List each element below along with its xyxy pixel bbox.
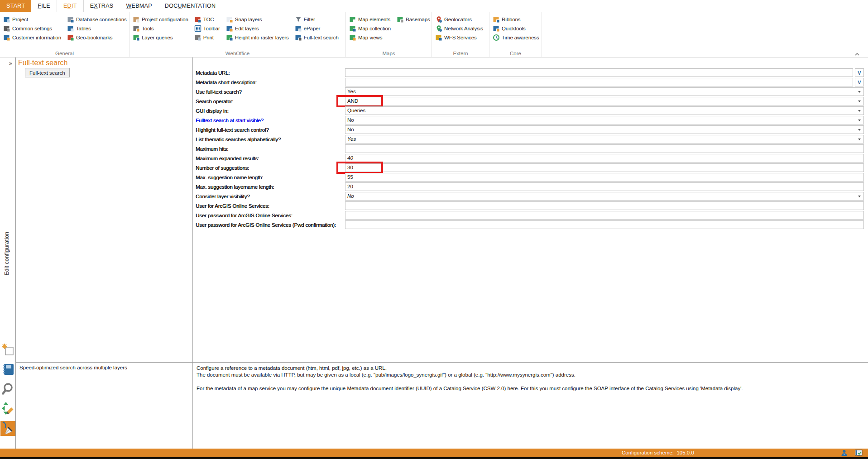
- field-list-thematic-searches-alphabetically[interactable]: Yes: [345, 135, 864, 143]
- field-value: No: [347, 127, 354, 132]
- tab-webmap[interactable]: WEBMAP: [120, 0, 158, 12]
- field-search-operator[interactable]: AND: [345, 97, 864, 105]
- tab-edit[interactable]: EDIT: [57, 0, 84, 12]
- ribbon-item-database-connections[interactable]: Database connections: [64, 15, 129, 24]
- move-edit-icon: [2, 402, 14, 416]
- ribbon-item-label: TOC: [203, 17, 214, 22]
- ribbon-item-time-awareness[interactable]: Time awareness: [489, 33, 542, 42]
- ribbon-item-common-settings[interactable]: Common settings: [0, 24, 64, 33]
- ribbon-item-label: Toolbar: [203, 26, 220, 31]
- field-user-password-for-arcgis-online-services-pwd-confirmation[interactable]: [345, 220, 864, 229]
- field-number-of-suggestions[interactable]: 30: [345, 163, 864, 172]
- field-value: No: [347, 193, 354, 199]
- ribbon: ProjectCommon settingsCustomer informati…: [0, 12, 868, 57]
- variable-picker-button[interactable]: V: [855, 78, 864, 86]
- dropdown-arrow-icon[interactable]: [858, 196, 861, 197]
- ribbon-item-network-analysis[interactable]: Network Analysis: [432, 24, 486, 33]
- field-value: No: [347, 117, 354, 123]
- help-line: For the metadata of a map service you ma…: [197, 385, 859, 392]
- dropdown-arrow-icon[interactable]: [858, 120, 861, 121]
- sidebar-tool-move-edit[interactable]: [0, 402, 15, 416]
- configuration-scheme-status: Configuration scheme: 105.0.0: [622, 449, 694, 457]
- help-line: Configure a reference to a metadata docu…: [197, 365, 859, 372]
- tab-documentation[interactable]: DOCUMENTATION: [158, 0, 222, 12]
- ribbon-item-map-elements[interactable]: Map elements: [346, 15, 393, 24]
- field-highlight-full-text-search-control[interactable]: No: [345, 125, 864, 134]
- ribbon-item-toolbar[interactable]: Toolbar: [191, 24, 223, 33]
- form-label-user-password-for-arcgis-online-services-pwd-confirmation: User password for ArcGIS Online Services…: [196, 220, 336, 230]
- ribbon-item-epaper[interactable]: ePaper: [292, 24, 341, 33]
- field-max-suggestion-name-length[interactable]: 55: [345, 173, 864, 182]
- ribbon-tab-bar: STARTFILEEDITEXTRASWEBMAPDOCUMENTATION: [0, 0, 868, 12]
- field-value: Queries: [347, 108, 365, 113]
- status-label: Configuration scheme:: [622, 450, 674, 455]
- ribbon-item-project-configuration[interactable]: Project configuration: [129, 15, 191, 24]
- ribbon-item-wfs-services[interactable]: WFS Services: [432, 33, 486, 42]
- ribbon-item-quicktools[interactable]: Quicktools: [489, 24, 542, 33]
- full-text-search-tab-button[interactable]: Full-text search: [25, 68, 70, 77]
- ribbon-item-label: Full-text search: [304, 35, 339, 40]
- ribbon-item-map-collection[interactable]: Map collection: [346, 24, 393, 33]
- ribbon-item-geolocators[interactable]: Geolocators: [432, 15, 486, 24]
- sidebar-tool-edit-pen[interactable]: [0, 421, 15, 436]
- field-metadata-short-description[interactable]: [345, 78, 853, 86]
- sidebar-tool-project-notebook[interactable]: [0, 363, 15, 378]
- field-maximum-hits[interactable]: [345, 144, 864, 153]
- field-fulltext-search-at-start-visible[interactable]: No: [345, 116, 864, 124]
- dropdown-arrow-icon[interactable]: [858, 129, 861, 131]
- monitor-icon[interactable]: [855, 449, 863, 457]
- form-label-max-suggestion-layername-length: Max. suggestion layername length:: [196, 182, 274, 192]
- ribbon-item-customer-information[interactable]: Customer information: [0, 33, 64, 42]
- ribbon-item-ribbons[interactable]: Ribbons: [489, 15, 542, 24]
- ribbon-item-map-views[interactable]: Map views: [346, 33, 393, 42]
- ribbon-item-print[interactable]: Print: [191, 33, 223, 42]
- dropdown-arrow-icon[interactable]: [858, 139, 861, 140]
- ribbon-item-layer-queries[interactable]: Layer queries: [129, 33, 191, 42]
- ribbon-group-label: Maps: [346, 51, 432, 56]
- variable-picker-button[interactable]: V: [855, 68, 864, 77]
- tab-file[interactable]: FILE: [31, 0, 57, 12]
- help-line: [197, 378, 859, 385]
- tab-start[interactable]: START: [0, 0, 31, 12]
- field-consider-layer-visibility[interactable]: No: [345, 192, 864, 201]
- field-value: 20: [347, 184, 353, 189]
- ribbon-item-full-text-search[interactable]: Full-text search: [292, 33, 341, 42]
- sidebar-tool-search[interactable]: [0, 382, 15, 397]
- ribbon-item-label: Time awareness: [502, 35, 539, 40]
- field-user-password-for-arcgis-online-services[interactable]: [345, 211, 864, 220]
- form-label-maximum-expanded-results: Maximum expanded results:: [196, 154, 259, 163]
- tab-extras[interactable]: EXTRAS: [84, 0, 120, 12]
- ribbon-collapse-button[interactable]: [854, 50, 860, 55]
- dropdown-arrow-icon[interactable]: [858, 110, 861, 112]
- customer-information-icon: [3, 34, 10, 41]
- left-sidebar: » Edit configuration: [0, 57, 16, 449]
- ribbon-item-geo-bookmarks[interactable]: Geo-bookmarks: [64, 33, 129, 42]
- project-configuration-icon: [133, 16, 140, 23]
- field-gui-display-in[interactable]: Queries: [345, 106, 864, 115]
- ribbon-item-tools[interactable]: Tools: [129, 24, 191, 33]
- ribbon-item-label: Basemaps: [406, 17, 430, 22]
- field-metadata-url[interactable]: [345, 68, 853, 77]
- ribbon-item-filter[interactable]: Filter: [292, 15, 341, 24]
- field-value: 55: [347, 174, 353, 180]
- dropdown-arrow-icon[interactable]: [858, 91, 861, 93]
- field-value: AND: [347, 98, 358, 104]
- sidebar-expand-chevron[interactable]: »: [9, 60, 12, 67]
- field-max-suggestion-layername-length[interactable]: 20: [345, 182, 864, 191]
- field-user-for-arcgis-online-services[interactable]: [345, 201, 864, 210]
- ribbon-item-edit-layers[interactable]: Edit layers: [223, 24, 292, 33]
- ribbon-item-basemaps[interactable]: Basemaps: [393, 15, 432, 24]
- ribbon-item-height-info-raster-layers[interactable]: Height info raster layers: [223, 33, 292, 42]
- ribbon-item-tables[interactable]: Tables: [64, 24, 129, 33]
- field-use-full-text-search[interactable]: Yes: [345, 87, 864, 96]
- user-icon[interactable]: [840, 449, 848, 457]
- dropdown-arrow-icon[interactable]: [858, 100, 861, 102]
- ribbon-item-project[interactable]: Project: [0, 15, 64, 24]
- form-label-max-suggestion-name-length: Max. suggestion name length:: [196, 173, 263, 182]
- field-maximum-expanded-results[interactable]: 40: [345, 154, 864, 163]
- sidebar-tool-new-config[interactable]: [0, 343, 15, 358]
- ribbon-item-label: Edit layers: [235, 26, 259, 31]
- form-label-highlight-full-text-search-control: Highlight full-text search control?: [196, 125, 269, 135]
- ribbon-item-toc[interactable]: TOC: [191, 15, 223, 24]
- ribbon-item-snap-layers[interactable]: Snap layers: [223, 15, 292, 24]
